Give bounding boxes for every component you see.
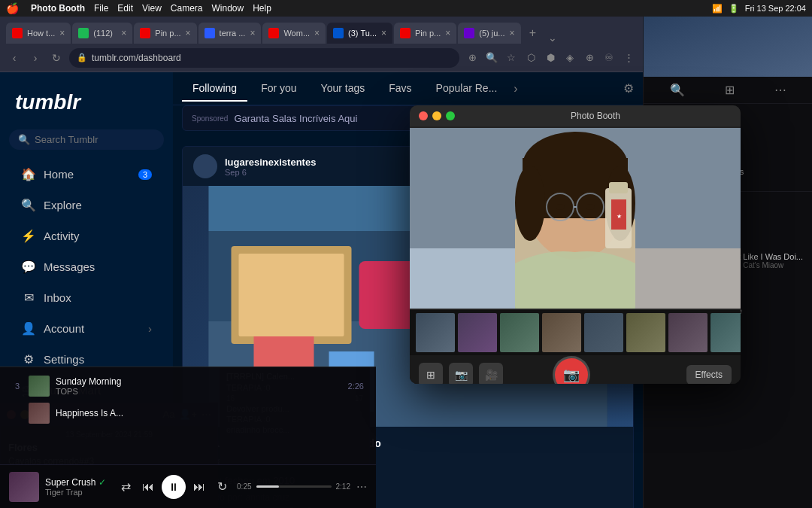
- menu-bar: 🍎 Photo Booth File Edit View Camera Wind…: [0, 0, 812, 17]
- explore-icon: 🔍: [21, 198, 36, 212]
- track-name-1: Sunday Morning: [56, 376, 342, 387]
- screen-share-icon[interactable]: ⊕: [464, 50, 480, 66]
- mc-repeat-button[interactable]: ↻: [213, 478, 231, 496]
- tab-close-7[interactable]: ×: [445, 28, 450, 38]
- feed-tab-popular[interactable]: Popular Re...: [426, 76, 508, 102]
- mc-progress-bar[interactable]: [256, 485, 332, 488]
- extension-icon-4[interactable]: ⊕: [581, 50, 598, 66]
- refresh-button[interactable]: ↻: [48, 50, 65, 66]
- tabs-overflow-button[interactable]: ⌄: [548, 32, 557, 44]
- tab-2[interactable]: (112) ×: [72, 23, 132, 44]
- forward-button[interactable]: ›: [27, 50, 44, 66]
- feed-tab-foryou[interactable]: For you: [250, 76, 307, 102]
- feed-tab-following[interactable]: Following: [182, 76, 247, 102]
- tab-close-5[interactable]: ×: [314, 28, 320, 38]
- search-input[interactable]: [35, 134, 161, 145]
- mc-progress: 0:25 2:12: [237, 482, 350, 491]
- track-num-1: 3: [12, 382, 23, 391]
- feed-tabs-more[interactable]: ›: [514, 82, 517, 96]
- mc-play-pause-button[interactable]: ⏸: [162, 475, 186, 499]
- menu-edit[interactable]: Edit: [117, 3, 133, 14]
- pb-effects-button[interactable]: Effects: [686, 365, 732, 384]
- music-tracks: 3 Sunday Morning TOPS 2:26 Happiness Is …: [9, 373, 367, 458]
- photo-booth-minimize-button[interactable]: [432, 111, 441, 120]
- tab-8[interactable]: (5) ju... ×: [458, 23, 520, 44]
- feed-tab-yourtags[interactable]: Your tags: [311, 76, 376, 102]
- menu-bar-right: 📶 🔋 Fri 13 Sep 22:04: [712, 4, 806, 14]
- tab-5[interactable]: Wom... ×: [262, 23, 326, 44]
- tab-close-3[interactable]: ×: [186, 28, 191, 38]
- rp-more-icon[interactable]: ⋯: [774, 83, 786, 97]
- feed-tab-favs[interactable]: Favs: [378, 76, 422, 102]
- tab-favicon-tumblr: [333, 28, 344, 38]
- sidebar-item-explore[interactable]: 🔍 Explore: [6, 190, 167, 220]
- mc-more-button[interactable]: ⋯: [356, 481, 367, 493]
- sidebar-item-messages[interactable]: 💬 Messages: [6, 252, 167, 281]
- filmstrip-thumb-2[interactable]: [458, 313, 497, 352]
- bookmark-star-icon[interactable]: ☆: [503, 50, 520, 66]
- filmstrip-thumb-4[interactable]: [542, 313, 581, 352]
- sidebar-item-activity[interactable]: ⚡ Activity: [6, 221, 167, 251]
- menu-view[interactable]: View: [142, 3, 162, 14]
- rp-grid-icon[interactable]: ⊞: [725, 83, 735, 97]
- apple-menu[interactable]: 🍎: [6, 2, 19, 14]
- tab-tumblr[interactable]: (3) Tu... ×: [327, 23, 392, 44]
- sidebar-item-inbox[interactable]: ✉ Inbox: [6, 283, 167, 312]
- tab-3[interactable]: Pin p... ×: [134, 23, 196, 44]
- tab-close-4[interactable]: ×: [250, 28, 255, 38]
- mc-shuffle-button[interactable]: ⇄: [117, 478, 135, 496]
- track-info-1: Sunday Morning TOPS: [56, 376, 342, 396]
- mc-playback-controls: ⇄ ⏮ ⏸ ⏭ ↻: [117, 475, 231, 499]
- feed-settings-icon[interactable]: ⚙: [623, 81, 634, 96]
- filmstrip-thumb-7[interactable]: [668, 313, 707, 352]
- mc-next-button[interactable]: ⏭: [190, 478, 208, 496]
- browser-tabs: How t... × (112) × Pin p... × terra ... …: [0, 17, 643, 44]
- menu-file[interactable]: File: [94, 3, 108, 14]
- mc-current-time: 0:25: [237, 482, 251, 491]
- sidebar-label-messages: Messages: [44, 260, 95, 273]
- svg-rect-31: [410, 248, 515, 309]
- menu-help[interactable]: Help: [253, 3, 271, 14]
- pb-video-mode-button[interactable]: 🎥: [479, 363, 503, 384]
- tab-4[interactable]: terra ... ×: [198, 23, 262, 44]
- tab-favicon-8: [464, 28, 474, 38]
- back-button[interactable]: ‹: [6, 50, 23, 66]
- filmstrip-thumb-8[interactable]: [710, 313, 741, 352]
- tab-title-4: terra ...: [220, 29, 246, 38]
- photo-booth-maximize-button[interactable]: [446, 111, 455, 120]
- tab-close-8[interactable]: ×: [510, 28, 515, 38]
- lock-icon: 🔒: [77, 53, 87, 62]
- menu-window[interactable]: Window: [212, 3, 244, 14]
- extension-icon-5[interactable]: ♾: [601, 50, 617, 66]
- filmstrip-thumb-6[interactable]: [626, 313, 665, 352]
- menu-camera[interactable]: Camera: [171, 3, 203, 14]
- music-track-1[interactable]: 3 Sunday Morning TOPS 2:26: [9, 373, 367, 399]
- filmstrip-thumb-5[interactable]: [584, 313, 623, 352]
- extension-icon-2[interactable]: ⬢: [542, 50, 559, 66]
- sidebar-item-home[interactable]: 🏠 Home 3: [6, 160, 167, 189]
- pb-capture-button[interactable]: 📷: [555, 358, 588, 384]
- mc-now-playing-name: Super Crush: [45, 477, 95, 488]
- tab-close-2[interactable]: ×: [121, 28, 126, 38]
- sidebar-item-account[interactable]: 👤 Account: [6, 314, 167, 343]
- photo-booth-close-button[interactable]: [419, 111, 428, 120]
- tab-close-tumblr[interactable]: ×: [381, 28, 386, 38]
- pb-photo-mode-button[interactable]: 📷: [449, 363, 473, 384]
- extension-icon-1[interactable]: ⬡: [523, 50, 539, 66]
- rp-search-icon[interactable]: 🔍: [670, 83, 685, 97]
- more-tools-icon[interactable]: ⋮: [620, 50, 637, 66]
- address-bar[interactable]: 🔒 tumblr.com/dashboard: [69, 48, 459, 68]
- music-track-2[interactable]: Happiness Is A...: [9, 400, 367, 426]
- mc-prev-button[interactable]: ⏮: [139, 478, 157, 496]
- tab-close-1[interactable]: ×: [59, 28, 65, 38]
- zoom-icon[interactable]: 🔍: [483, 50, 500, 66]
- sidebar-label-home: Home: [44, 168, 74, 181]
- tab-youtube[interactable]: How t... ×: [6, 23, 71, 44]
- filmstrip-thumb-3[interactable]: [500, 313, 539, 352]
- pb-grid-view-button[interactable]: ⊞: [419, 363, 443, 384]
- extension-icon-3[interactable]: ◈: [562, 50, 578, 66]
- new-tab-button[interactable]: +: [523, 23, 544, 44]
- tumblr-search-bar[interactable]: 🔍: [9, 129, 164, 150]
- filmstrip-thumb-1[interactable]: [416, 313, 455, 352]
- tab-7[interactable]: Pin p... ×: [394, 23, 456, 44]
